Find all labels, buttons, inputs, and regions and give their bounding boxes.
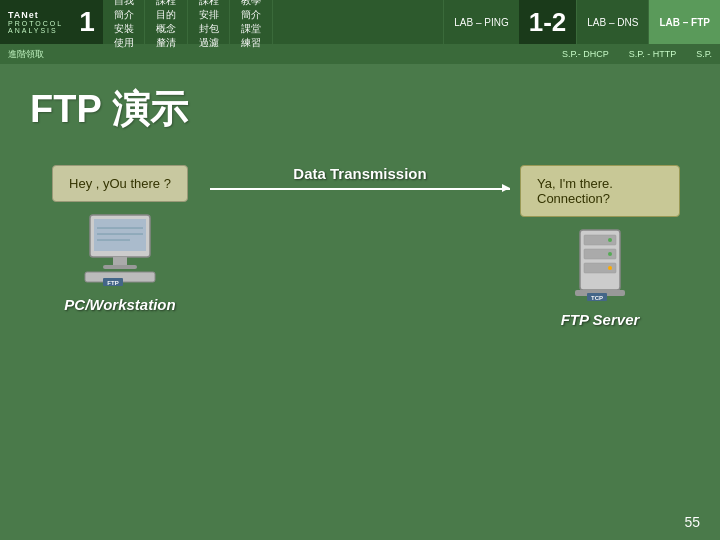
middle-column: Data Transmission <box>210 165 510 220</box>
svg-text:TCP: TCP <box>591 295 603 301</box>
lab-dns[interactable]: LAB – DNS <box>576 0 648 44</box>
nav-spacer <box>273 0 443 44</box>
subitem-http[interactable]: S.P. - HTTP <box>629 49 676 59</box>
brand-title: TANet <box>8 10 63 20</box>
nav-number-left: 1 <box>71 0 103 44</box>
svg-point-16 <box>608 266 612 270</box>
server-label: FTP Server <box>561 311 640 328</box>
brand-logo: TANet PROTOCOLANALYSIS <box>0 0 71 44</box>
nav-item-arrange[interactable]: 課程安排封包過濾 <box>188 0 231 44</box>
lab-number: 1-2 <box>519 0 577 44</box>
lab-ftp[interactable]: LAB – FTP <box>648 0 720 44</box>
svg-rect-1 <box>94 219 146 251</box>
diagram: Hey , yOu there ? FTP PC/Works <box>30 165 690 328</box>
pc-label: PC/Workstation <box>64 296 175 313</box>
main-content: FTP 演示 Hey , yOu there ? FTP <box>0 64 720 348</box>
server-icon: TCP <box>555 225 645 305</box>
subitem-sp[interactable]: S.P. <box>696 49 712 59</box>
sub-bar-right: S.P.- DHCP S.P. - HTTP S.P. <box>562 49 712 59</box>
bubble-left: Hey , yOu there ? <box>52 165 188 202</box>
nav-item-teaching[interactable]: 教學簡介課堂練習 <box>230 0 273 44</box>
nav-items: 自我簡介安裝使用 課程目的概念釐清 課程安排封包過濾 教學簡介課堂練習 <box>103 0 273 44</box>
left-column: Hey , yOu there ? FTP PC/Works <box>40 165 200 313</box>
svg-point-14 <box>608 252 612 256</box>
lab-section: LAB – PING 1-2 LAB – DNS LAB – FTP <box>443 0 720 44</box>
progress-text: 進階領取 <box>8 48 44 61</box>
svg-text:FTP: FTP <box>107 280 118 286</box>
lab-ping[interactable]: LAB – PING <box>443 0 518 44</box>
transmission-label: Data Transmission <box>293 165 426 182</box>
subitem-dhcp[interactable]: S.P.- DHCP <box>562 49 609 59</box>
brand-subtitle: PROTOCOLANALYSIS <box>8 20 63 34</box>
nav-item-goals[interactable]: 課程目的概念釐清 <box>145 0 188 44</box>
svg-point-12 <box>608 238 612 242</box>
bubble-right: Ya, I'm there. Connection? <box>520 165 680 217</box>
svg-rect-2 <box>113 257 127 265</box>
pc-icon: FTP <box>75 210 165 290</box>
page-number: 55 <box>684 514 700 530</box>
sub-navigation: 進階領取 S.P.- DHCP S.P. - HTTP S.P. <box>0 44 720 64</box>
right-column: Ya, I'm there. Connection? TCP FTP Serv <box>520 165 680 328</box>
page-title: FTP 演示 <box>30 84 690 135</box>
top-navigation: TANet PROTOCOLANALYSIS 1 自我簡介安裝使用 課程目的概念… <box>0 0 720 44</box>
svg-rect-3 <box>103 265 137 269</box>
nav-item-intro[interactable]: 自我簡介安裝使用 <box>103 0 146 44</box>
